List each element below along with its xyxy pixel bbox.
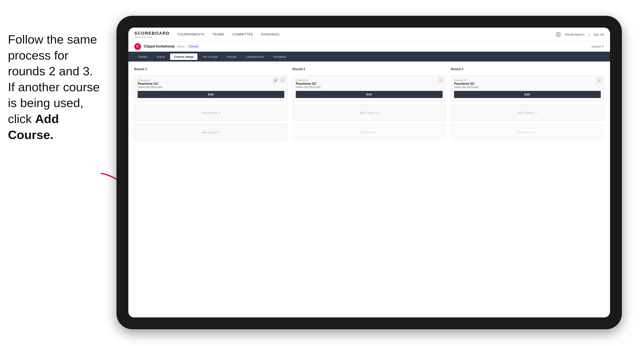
nav-tournaments[interactable]: TOURNAMENTS bbox=[178, 32, 204, 36]
round-1-course-a-edit-button[interactable]: Edit bbox=[138, 91, 284, 98]
nav-rankings[interactable]: RANKINGS bbox=[261, 32, 280, 36]
tab-printables[interactable]: Printables bbox=[269, 53, 290, 60]
round-3-course-a-card: × (Course A) Peachtree GC Yellow (M) (66… bbox=[451, 75, 604, 101]
nav-links: TOURNAMENTS TEAMS COMMITTEE RANKINGS bbox=[178, 32, 556, 36]
round-1-course-a-tee: Yellow (M) (6629 yds) bbox=[138, 86, 284, 89]
instruction-text: Follow the same process for rounds 2 and… bbox=[0, 24, 110, 151]
round-2-course-a-edit-button[interactable]: Edit bbox=[296, 91, 442, 98]
round-3-add-course-1-plus-icon: + bbox=[535, 111, 537, 115]
round-1-course-a-label: (Course A) bbox=[138, 79, 284, 82]
tablet-screen: SCOREBOARD Powered by clippd TOURNAMENTS… bbox=[128, 28, 610, 317]
tab-details[interactable]: Details bbox=[134, 53, 151, 60]
tab-course-setup[interactable]: Course Setup bbox=[170, 53, 198, 60]
nav-teams[interactable]: TEAMS bbox=[212, 32, 224, 36]
user-avatar bbox=[556, 32, 561, 37]
nav-committee[interactable]: COMMITTEE bbox=[232, 32, 253, 36]
tab-leaderboards[interactable]: Leaderboards bbox=[242, 53, 268, 60]
round-1-add-course-2-label: Add Course bbox=[201, 131, 217, 134]
tab-teams[interactable]: Teams bbox=[152, 53, 169, 60]
tab-results[interactable]: Results bbox=[223, 53, 241, 60]
round-3-add-course-1[interactable]: Add Course + bbox=[451, 105, 604, 121]
sign-out-link[interactable]: Sign out bbox=[593, 33, 604, 36]
tournament-name: Clippd Invitational bbox=[144, 44, 174, 48]
round-2-add-course-1-label: Add Course bbox=[360, 111, 375, 114]
top-nav: SCOREBOARD Powered by clippd TOURNAMENTS… bbox=[128, 28, 610, 41]
nav-right: blair@clippd.io | Sign out bbox=[556, 32, 604, 37]
round-3-course-a-edit-button[interactable]: Edit bbox=[454, 91, 601, 98]
sub-header-left: C Clippd Invitational (Men) Hosting bbox=[134, 43, 200, 50]
round-2-course-a-card: × (Course A) Peachtree GC Yellow (M) (66… bbox=[292, 75, 446, 101]
round-3-course-a-delete-icon[interactable]: × bbox=[596, 77, 602, 83]
round-2-add-course-1[interactable]: Add Course + bbox=[292, 105, 446, 121]
tab-tee-groups[interactable]: Tee Groups bbox=[198, 53, 222, 60]
round-2-course-a-name: Peachtree GC bbox=[296, 82, 442, 86]
round-2-column: Round 2 × (Course A) Peachtree GC Yellow… bbox=[292, 67, 446, 140]
nav-logo: SCOREBOARD Powered by clippd bbox=[134, 31, 170, 38]
cancel-button[interactable]: Cancel ✕ bbox=[592, 45, 604, 48]
round-2-course-a-label: (Course A) bbox=[296, 79, 442, 82]
main-content: Round 1 ⊞ × (Course A) Peachtree GC Yell… bbox=[128, 61, 610, 317]
round-2-course-a-delete-icon[interactable]: × bbox=[438, 77, 444, 83]
tablet-frame: SCOREBOARD Powered by clippd TOURNAMENTS… bbox=[116, 16, 622, 329]
round-1-course-a-name: Peachtree GC bbox=[138, 82, 284, 86]
logo-title: SCOREBOARD bbox=[134, 31, 170, 36]
nav-separator: | bbox=[588, 33, 589, 36]
round-1-course-a-expand-icon[interactable]: ⊞ bbox=[273, 77, 278, 83]
round-2-add-course-2-plus-icon: + bbox=[377, 130, 379, 134]
cancel-area: Cancel ✕ bbox=[592, 45, 604, 48]
round-2-title: Round 2 bbox=[292, 67, 446, 71]
round-1-add-course-1[interactable]: Add Course + bbox=[134, 105, 288, 121]
round-1-add-course-1-label: Add Course bbox=[201, 111, 217, 114]
round-3-title: Round 3 bbox=[451, 67, 604, 71]
round-2-course-a-tee: Yellow (M) (6629 yds) bbox=[296, 86, 442, 89]
round-3-course-a-actions: × bbox=[596, 77, 602, 83]
round-1-title: Round 1 bbox=[134, 67, 288, 71]
brand-icon: C bbox=[134, 43, 141, 50]
rounds-grid: Round 1 ⊞ × (Course A) Peachtree GC Yell… bbox=[134, 67, 604, 140]
round-3-course-a-label: (Course A) bbox=[454, 79, 601, 82]
round-3-add-course-1-label: Add Course bbox=[518, 111, 533, 114]
instruction-bold: Add Course. bbox=[8, 112, 59, 142]
round-3-column: Round 3 × (Course A) Peachtree GC Yellow… bbox=[451, 67, 604, 140]
tab-bar: Details Teams Course Setup Tee Groups Re… bbox=[128, 52, 610, 61]
round-3-add-course-2: Add Course + bbox=[451, 124, 604, 140]
round-2-add-course-2-label: Add Course bbox=[360, 131, 375, 134]
round-1-course-a-actions: ⊞ × bbox=[273, 77, 286, 83]
round-3-course-a-name: Peachtree GC bbox=[454, 82, 601, 86]
round-1-add-course-2-plus-icon: + bbox=[218, 130, 221, 134]
round-1-course-a-card: ⊞ × (Course A) Peachtree GC Yellow (M) (… bbox=[134, 75, 288, 101]
hosting-badge: Hosting bbox=[187, 44, 200, 48]
user-email: blair@clippd.io bbox=[565, 33, 584, 36]
round-2-course-a-actions: × bbox=[438, 77, 444, 83]
round-1-course-a-delete-icon[interactable]: × bbox=[280, 77, 286, 83]
tournament-type: (Men) bbox=[177, 45, 184, 48]
round-2-add-course-1-plus-icon: + bbox=[377, 111, 379, 115]
round-1-column: Round 1 ⊞ × (Course A) Peachtree GC Yell… bbox=[134, 67, 288, 140]
round-3-add-course-2-label: Add Course bbox=[518, 131, 533, 134]
round-1-add-course-1-plus-icon: + bbox=[218, 111, 221, 115]
round-3-add-course-2-plus-icon: + bbox=[535, 130, 537, 134]
round-2-add-course-2: Add Course + bbox=[292, 124, 446, 140]
round-1-add-course-2[interactable]: Add Course + bbox=[134, 124, 288, 140]
sub-header: C Clippd Invitational (Men) Hosting Canc… bbox=[128, 41, 610, 52]
round-3-course-a-tee: Yellow (M) (6629 yds) bbox=[454, 86, 601, 89]
logo-sub: Powered by clippd bbox=[134, 36, 170, 38]
